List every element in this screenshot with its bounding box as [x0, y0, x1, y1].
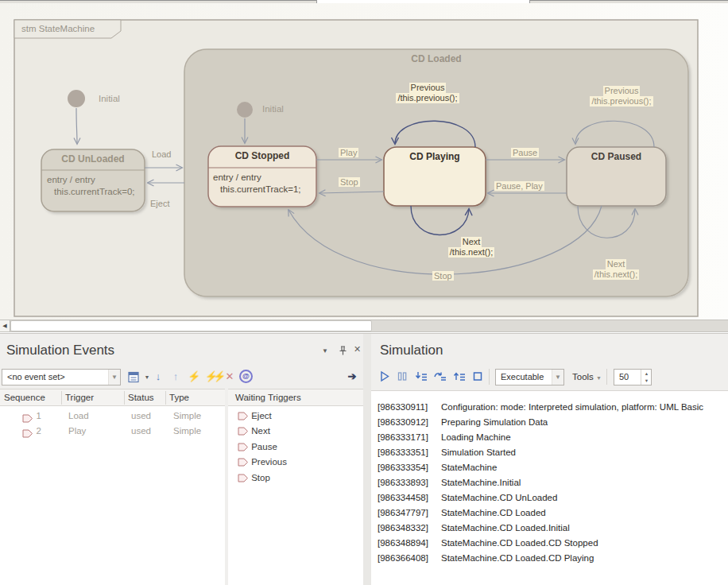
toolbar-separator [606, 369, 607, 385]
waiting-triggers-header: Waiting Triggers [228, 389, 363, 406]
remove-icon[interactable]: ✕ [223, 370, 237, 384]
log-line[interactable]: [986330911]Configuration: mode: Interpre… [371, 402, 727, 417]
event-set-value: <no event set> [7, 372, 65, 382]
hscroll-thumb[interactable] [10, 320, 372, 331]
tools-dropdown-icon: ▼ [596, 375, 602, 381]
bottom-dock: Simulation Events ▼ ✕ <no event set> ▼ ▼… [0, 333, 728, 585]
trigger-single-icon[interactable]: ⚡ [187, 370, 201, 384]
log-line[interactable]: [986347797]StateMachine.CD Loaded [371, 508, 727, 523]
initial-node-outer[interactable] [68, 90, 85, 107]
events-table-header: Sequence Trigger Status Type [0, 389, 225, 406]
step-forward-arrow-icon[interactable]: ➔ [345, 370, 359, 384]
composite-title: CD Loaded [184, 53, 688, 64]
tools-label: Tools [572, 372, 594, 382]
cell-seq: 1 [32, 411, 41, 420]
waiting-triggers-header-label: Waiting Triggers [235, 389, 301, 406]
sim-play-icon[interactable] [378, 370, 391, 386]
log-line[interactable]: [986348332]StateMachine.CD Loaded.Initia… [371, 523, 727, 538]
log-line[interactable]: [986333893]StateMachine.Initial [371, 478, 727, 493]
initial-label-inner: Initial [262, 104, 284, 114]
waiting-trigger-next[interactable]: Next [238, 426, 270, 436]
col-status[interactable]: Status [128, 389, 154, 406]
state-cd-paused-title: CD Paused [567, 151, 666, 162]
waiting-trigger-pause[interactable]: Pause [238, 442, 277, 451]
panel-menu-chevron-icon[interactable]: ▼ [322, 347, 328, 354]
flag-icon [238, 443, 249, 451]
events-table: Sequence Trigger Status Type 1 Load used… [0, 389, 225, 585]
move-down-icon[interactable]: ↓ [151, 370, 165, 384]
speed-value: 50 [619, 372, 629, 382]
spinner-down-icon[interactable]: ▼ [641, 378, 652, 385]
label-next-paused: Next /this.next(); [584, 259, 648, 280]
diagram-hscrollbar[interactable]: ◀ [0, 320, 728, 332]
flag-icon [238, 427, 249, 436]
move-up-icon[interactable]: ↑ [168, 370, 183, 384]
waiting-trigger-stop[interactable]: Stop [238, 473, 270, 482]
stopped-entry-line1: entry / entry [213, 172, 301, 184]
executable-combobox[interactable]: Executable ▼ [495, 369, 564, 385]
waiting-triggers-panel: Waiting Triggers Eject Next Pause Previo… [228, 389, 363, 585]
table-row[interactable]: 2 Play used Simple [0, 424, 225, 440]
simulation-panel-title: Simulation [380, 343, 443, 358]
cell-status: used [131, 411, 151, 420]
toolbar-separator [489, 369, 490, 385]
tools-menu[interactable]: Tools ▼ [572, 372, 602, 382]
sim-step-into-icon[interactable] [414, 370, 428, 386]
event-set-dropdown-icon[interactable]: ▼ [108, 370, 120, 385]
event-set-combobox[interactable]: <no event set> ▼ [2, 369, 121, 385]
sim-stop-icon[interactable] [471, 370, 484, 386]
cell-type: Simple [173, 426, 201, 436]
col-type[interactable]: Type [169, 389, 189, 406]
label-previous-playing: Previous /this.previous(); [388, 83, 467, 103]
simulation-log: [986330911]Configuration: mode: Interpre… [371, 390, 728, 585]
spinner-buttons[interactable]: ▲ ▼ [641, 370, 651, 385]
log-line[interactable]: [986333171]Loading Machine [371, 432, 727, 447]
col-sequence[interactable]: Sequence [4, 389, 45, 406]
label-previous-paused: Previous /this.previous(); [580, 86, 663, 107]
speed-spinner[interactable]: 50 ▲ ▼ [614, 369, 652, 385]
waiting-trigger-eject[interactable]: Eject [238, 411, 272, 420]
state-cd-unloaded-title: CD UnLoaded [41, 153, 145, 165]
panel-close-icon[interactable]: ✕ [354, 344, 361, 354]
label-next-playing: Next /this.next(); [436, 237, 507, 258]
initial-node-inner[interactable] [237, 102, 253, 118]
target-at-icon[interactable]: @ [239, 370, 253, 383]
waiting-trigger-previous[interactable]: Previous [238, 457, 287, 467]
col-trigger[interactable]: Trigger [65, 389, 94, 406]
stopped-entry-line2: this.currentTrack=1; [213, 184, 301, 196]
flag-icon [238, 412, 249, 420]
label-stop-long: Stop [432, 271, 454, 281]
simulation-events-panel: Simulation Events ▼ ✕ <no event set> ▼ ▼… [0, 334, 363, 585]
sim-step-over-icon[interactable] [433, 370, 447, 386]
initial-label-outer: Initial [99, 94, 120, 103]
log-line[interactable]: [986333354]StateMachine [371, 463, 727, 478]
label-load: Load [152, 149, 171, 159]
simulation-panel: Simulation Executable ▼ Tools ▼ 50 [371, 334, 728, 585]
log-line[interactable]: [986333351]Simulation Started [371, 447, 727, 463]
executable-dropdown-icon[interactable]: ▼ [552, 370, 563, 385]
label-pause: Pause [511, 148, 539, 157]
state-cd-stopped-body: entry / entry this.currentTrack=1; [213, 172, 301, 196]
diagram-canvas[interactable]: stm StateMachine CD Loaded Initial Initi… [0, 3, 728, 320]
cell-status: used [131, 426, 151, 436]
log-line[interactable]: [986330912]Preparing Simulation Data [371, 417, 727, 432]
trigger-multiple-icon[interactable]: ⚡⚡ [203, 370, 223, 384]
events-panel-title: Simulation Events [6, 343, 114, 358]
panel-splitter[interactable] [363, 334, 371, 585]
label-play: Play [339, 148, 358, 157]
label-stop: Stop [339, 177, 360, 187]
sim-pause-icon[interactable] [397, 370, 408, 386]
event-list-icon[interactable] [127, 371, 140, 386]
unloaded-entry-line1: entry / entry [47, 174, 135, 186]
log-line[interactable]: [986334458]StateMachine.CD UnLoaded [371, 493, 727, 508]
flag-icon [238, 458, 249, 467]
state-cd-playing-title: CD Playing [384, 151, 486, 162]
log-line[interactable]: [986348894]StateMachine.CD Loaded.CD Sto… [371, 538, 727, 553]
spinner-up-icon[interactable]: ▲ [641, 370, 652, 378]
sim-step-out-icon[interactable] [452, 370, 467, 386]
pin-icon[interactable] [339, 345, 347, 359]
table-row[interactable]: 1 Load used Simple [0, 409, 225, 424]
hscroll-left-button[interactable]: ◀ [0, 320, 10, 331]
frame-label: stm StateMachine [21, 24, 95, 33]
log-line[interactable]: [986366408]StateMachine.CD Loaded.CD Pla… [371, 553, 727, 568]
